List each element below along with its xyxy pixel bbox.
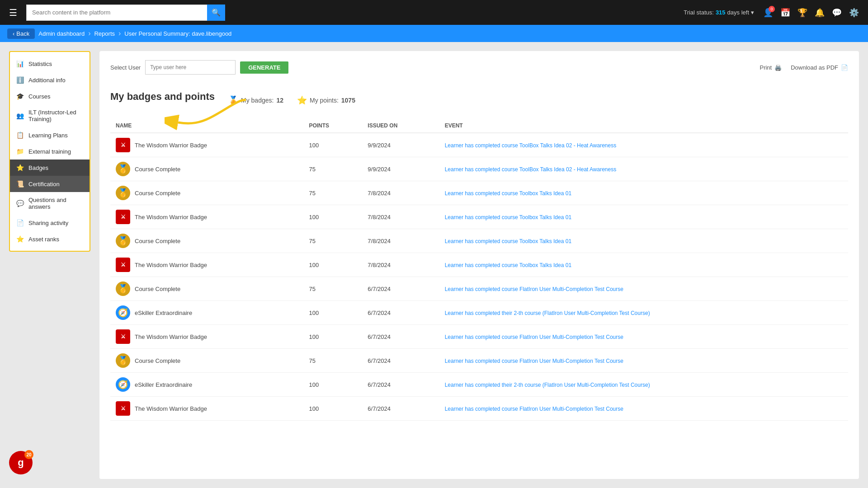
sidebar-label-certification: Certification <box>28 181 60 188</box>
search-button[interactable]: 🔍 <box>207 5 225 21</box>
badge-img-red: ⚔ <box>116 258 130 272</box>
trial-status: Trial status: 315 days left ▾ <box>684 9 754 16</box>
print-button[interactable]: Print 🖨️ <box>760 64 782 71</box>
table-row: 🧭 eSkiller Extraordinaire 100 6/7/2024 L… <box>110 373 848 397</box>
badge-event-link[interactable]: Learner has completed their 2-th course … <box>445 382 650 388</box>
badge-issued-on: 7/8/2024 <box>362 253 439 277</box>
bell-icon[interactable]: 🔔 <box>815 8 825 18</box>
sidebar-item-external-training[interactable]: 📁 External training <box>10 143 90 160</box>
table-row: 🥇 Course Complete 75 9/9/2024 Learner ha… <box>110 157 848 181</box>
badge-name: eSkiller Extraordinaire <box>135 310 192 316</box>
sidebar-item-courses[interactable]: 🎓 Courses <box>10 88 90 104</box>
col-event: EVENT <box>439 119 848 133</box>
star-icon: ⭐ <box>297 95 307 105</box>
ilt-icon: 👥 <box>16 112 24 119</box>
badge-event-link[interactable]: Learner has completed course ToolBox Tal… <box>445 166 617 173</box>
badge-name: The Wisdom Warrior Badge <box>135 405 207 412</box>
sidebar-item-badges[interactable]: ⭐ Badges <box>10 160 90 176</box>
badge-event-link[interactable]: Learner has completed course FlatIron Us… <box>445 334 623 340</box>
table-row: ⚔ The Wisdom Warrior Badge 100 6/7/2024 … <box>110 397 848 421</box>
badge-img-gold: 🥇 <box>116 162 130 176</box>
badge-name: Course Complete <box>135 166 180 173</box>
badge-img-gold: 🥇 <box>116 186 130 200</box>
badge-event-link[interactable]: Learner has completed course FlatIron Us… <box>445 286 623 292</box>
generate-button[interactable]: GENERATE <box>240 61 288 74</box>
sidebar-label-sharing: Sharing activity <box>28 220 68 226</box>
my-badges-label: My badges: <box>241 97 274 104</box>
sidebar-item-certification[interactable]: 📜 Certification <box>10 176 90 192</box>
breadcrumb-sep-2: › <box>118 29 121 38</box>
hamburger-icon[interactable]: ☰ <box>9 7 17 18</box>
table-row: 🥇 Course Complete 75 7/8/2024 Learner ha… <box>110 229 848 253</box>
badge-issued-on: 6/7/2024 <box>362 277 439 301</box>
back-button[interactable]: ‹ Back <box>7 28 35 39</box>
pdf-icon: 📄 <box>841 64 848 71</box>
external-training-icon: 📁 <box>16 148 24 155</box>
badge-img-red: ⚔ <box>116 210 130 224</box>
download-label: Download as PDF <box>791 64 838 71</box>
sidebar-item-ilt[interactable]: 👥 ILT (Instructor-Led Training) <box>10 104 90 127</box>
search-input[interactable] <box>26 5 207 21</box>
users-icon[interactable]: 👤 0 <box>763 8 773 18</box>
badge-name-cell: 🥇 Course Complete <box>116 282 298 296</box>
table-row: ⚔ The Wisdom Warrior Badge 100 7/8/2024 … <box>110 253 848 277</box>
calendar-icon[interactable]: 📅 <box>780 8 790 18</box>
badge-points: 100 <box>303 397 362 421</box>
top-bar: ☰ 🔍 Trial status: 315 days left ▾ 👤 0 📅 … <box>0 0 868 25</box>
my-points-stat: ⭐ My points: 1075 <box>297 95 355 105</box>
badge-name-cell: ⚔ The Wisdom Warrior Badge <box>116 138 298 152</box>
badge-img-gold: 🥇 <box>116 234 130 248</box>
avatar[interactable]: g 20 <box>9 451 33 474</box>
badge-points: 75 <box>303 157 362 181</box>
badge-event-link[interactable]: Learner has completed their 2-th course … <box>445 310 650 316</box>
table-row: ⚔ The Wisdom Warrior Badge 100 9/9/2024 … <box>110 133 848 157</box>
print-icon: 🖨️ <box>774 64 782 71</box>
chat-icon[interactable]: 💬 <box>832 8 842 18</box>
table-row: 🥇 Course Complete 75 6/7/2024 Learner ha… <box>110 349 848 373</box>
badge-event-link[interactable]: Learner has completed course Toolbox Tal… <box>445 262 571 268</box>
additional-info-icon: ℹ️ <box>16 76 24 84</box>
badge-issued-on: 6/7/2024 <box>362 397 439 421</box>
select-user-label: Select User <box>110 64 141 71</box>
sidebar-label-additional-info: Additional info <box>28 77 66 84</box>
back-label: Back <box>16 30 29 37</box>
badge-event-link[interactable]: Learner has completed course FlatIron Us… <box>445 406 623 412</box>
breadcrumb-sep-1: › <box>88 29 90 38</box>
badge-name-cell: 🥇 Course Complete <box>116 186 298 200</box>
my-badges-stat: 🏅 My badges: 12 <box>228 95 283 105</box>
badge-name: The Wisdom Warrior Badge <box>135 333 207 340</box>
badge-points: 100 <box>303 325 362 349</box>
sidebar-item-questions[interactable]: 💬 Questions and answers <box>10 192 90 215</box>
breadcrumb-reports[interactable]: Reports <box>94 30 115 37</box>
badge-event-link[interactable]: Learner has completed course FlatIron Us… <box>445 358 623 364</box>
sidebar-label-learning-plans: Learning Plans <box>28 132 68 139</box>
badge-img-compass: 🧭 <box>116 377 130 392</box>
sidebar-item-learning-plans[interactable]: 📋 Learning Plans <box>10 127 90 143</box>
trophy-icon[interactable]: 🏆 <box>797 8 807 18</box>
top-icons: 👤 0 📅 🏆 🔔 💬 ⚙️ <box>763 8 859 18</box>
table-row: ⚔ The Wisdom Warrior Badge 100 6/7/2024 … <box>110 325 848 349</box>
section-title: My badges and points <box>110 91 215 103</box>
print-label: Print <box>760 64 772 71</box>
sidebar-item-asset-ranks[interactable]: ⭐ Asset ranks <box>10 231 90 247</box>
certification-icon: 📜 <box>16 180 24 188</box>
badge-event-link[interactable]: Learner has completed course Toolbox Tal… <box>445 238 571 244</box>
select-user-right: Print 🖨️ Download as PDF 📄 <box>760 64 848 71</box>
sidebar-item-additional-info[interactable]: ℹ️ Additional info <box>10 72 90 88</box>
download-button[interactable]: Download as PDF 📄 <box>791 64 848 71</box>
users-badge: 0 <box>769 6 775 12</box>
sidebar-item-sharing[interactable]: 📄 Sharing activity <box>10 215 90 231</box>
badge-event-link[interactable]: Learner has completed course ToolBox Tal… <box>445 142 617 149</box>
breadcrumb-admin[interactable]: Admin dashboard <box>38 30 85 37</box>
select-user-bar: Select User GENERATE Print 🖨️ Download a… <box>110 60 848 82</box>
sidebar-item-statistics[interactable]: 📊 Statistics <box>10 56 90 72</box>
sidebar-label-external-training: External training <box>28 148 71 155</box>
settings-icon[interactable]: ⚙️ <box>849 8 859 18</box>
my-badges-count: 12 <box>276 97 283 104</box>
badge-name-cell: 🥇 Course Complete <box>116 162 298 176</box>
user-input[interactable] <box>145 60 236 75</box>
trial-suffix: days left <box>727 9 749 16</box>
badge-event-link[interactable]: Learner has completed course Toolbox Tal… <box>445 190 571 197</box>
sidebar-label-badges: Badges <box>28 164 48 171</box>
badge-event-link[interactable]: Learner has completed course Toolbox Tal… <box>445 214 571 221</box>
